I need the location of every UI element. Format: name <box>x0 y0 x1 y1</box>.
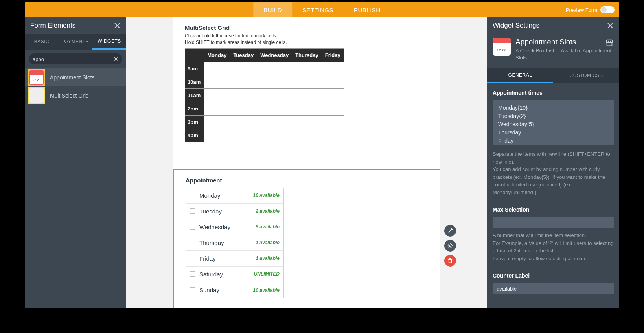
appointment-row[interactable]: SaturdayUNLIMITED <box>186 267 283 282</box>
tab-basic[interactable]: BASIC <box>25 34 59 50</box>
grid-cell[interactable] <box>230 102 257 115</box>
tab-build[interactable]: BUILD <box>253 2 292 17</box>
form-canvas: MultiSelect Grid Click or hold left mous… <box>126 17 487 308</box>
grid-cell[interactable] <box>322 115 344 129</box>
col-header: Thursday <box>292 48 322 62</box>
svg-point-0 <box>449 245 451 246</box>
appointment-row[interactable]: Thursday1 available <box>186 235 283 251</box>
grid-cell[interactable] <box>322 62 344 75</box>
checkbox[interactable] <box>190 240 195 245</box>
appointment-day: Friday <box>199 255 252 262</box>
tab-publish[interactable]: PUBLISH <box>344 2 391 17</box>
widget-description: A Check Box List of Available Appointmen… <box>515 47 614 61</box>
grid-cell[interactable] <box>204 62 230 75</box>
row-header: 3pm <box>185 115 204 129</box>
clear-search-icon[interactable]: ✕ <box>114 56 118 62</box>
grid-cell[interactable] <box>257 102 292 115</box>
grid-cell[interactable] <box>257 62 292 75</box>
multiselect-table[interactable]: Monday Tuesday Wednesday Thursday Friday… <box>185 48 344 142</box>
grid-cell[interactable] <box>257 75 292 88</box>
widget-appointment-selected[interactable]: Appointment Monday10 availableTuesday2 a… <box>173 169 440 308</box>
grid-cell[interactable] <box>230 129 257 142</box>
grid-cell[interactable] <box>292 75 322 88</box>
tab-general[interactable]: GENERAL <box>487 68 553 83</box>
grid-cell[interactable] <box>230 115 257 129</box>
element-appointment-slots[interactable]: Appointment Slots <box>25 68 126 86</box>
grid-cell[interactable] <box>230 62 257 75</box>
col-header: Friday <box>322 48 344 62</box>
multiselect-title: MultiSelect Grid <box>185 24 429 31</box>
form-elements-title: Form Elements <box>30 22 75 29</box>
preview-toggle[interactable] <box>600 6 615 13</box>
close-icon[interactable] <box>607 22 614 29</box>
calendar-icon <box>493 38 511 56</box>
appointment-row[interactable]: Wednesday5 available <box>186 219 283 235</box>
element-label: MultiSelect Grid <box>50 92 89 99</box>
appointment-day: Tuesday <box>199 208 252 215</box>
grid-cell[interactable] <box>292 102 322 115</box>
grid-cell[interactable] <box>292 62 322 75</box>
grid-cell[interactable] <box>204 129 230 142</box>
widget-multiselect-grid[interactable]: MultiSelect Grid Click or hold left mous… <box>173 17 440 149</box>
grid-cell[interactable] <box>322 88 344 102</box>
grid-cell[interactable] <box>257 115 292 129</box>
grid-cell[interactable] <box>204 115 230 129</box>
element-multiselect-grid[interactable]: MultiSelect Grid <box>25 86 126 105</box>
appointment-availability: 10 available <box>253 287 280 293</box>
grid-cell[interactable] <box>230 75 257 88</box>
checkbox[interactable] <box>190 208 195 214</box>
checkbox[interactable] <box>190 193 195 198</box>
appointment-availability: 1 available <box>256 256 280 261</box>
appointment-day: Thursday <box>199 239 252 246</box>
checkbox[interactable] <box>190 256 195 261</box>
grid-cell[interactable] <box>204 102 230 115</box>
multiselect-hint: Click or hold left mouse button to mark … <box>185 33 429 46</box>
appointment-day: Saturday <box>199 271 250 278</box>
drag-handle-icon[interactable]: ⋮⋮⋮⋮ <box>444 217 456 222</box>
grid-cell[interactable] <box>257 129 292 142</box>
search-input[interactable] <box>33 56 114 62</box>
grid-cell[interactable] <box>292 115 322 129</box>
col-header: Wednesday <box>257 48 292 62</box>
appointment-day: Monday <box>199 192 249 199</box>
tab-settings[interactable]: SETTINGS <box>292 2 344 17</box>
checkbox[interactable] <box>190 287 195 293</box>
widget-settings-title: Widget Settings <box>493 22 539 29</box>
grid-cell[interactable] <box>230 88 257 102</box>
grid-icon <box>29 88 44 103</box>
grid-cell[interactable] <box>322 75 344 88</box>
tab-widgets[interactable]: WIDGETS <box>92 34 126 50</box>
tab-payments[interactable]: PAYMENTS <box>59 34 92 50</box>
appointment-day: Wednesday <box>199 224 252 230</box>
grid-cell[interactable] <box>322 102 344 115</box>
grid-cell[interactable] <box>322 129 344 142</box>
calendar-icon <box>29 70 44 85</box>
form-elements-panel: Form Elements BASIC PAYMENTS WIDGETS ✕ A… <box>25 17 126 308</box>
grid-cell[interactable] <box>292 88 322 102</box>
counter-label-input[interactable] <box>493 283 614 294</box>
close-icon[interactable] <box>114 22 121 29</box>
settings-button[interactable] <box>444 240 456 252</box>
element-label: Appointment Slots <box>50 74 95 81</box>
max-selection-input[interactable] <box>493 217 614 228</box>
max-selection-help: A number that will limit the item select… <box>493 232 614 262</box>
grid-cell[interactable] <box>292 129 322 142</box>
appointment-row[interactable]: Sunday10 available <box>186 282 283 298</box>
tab-custom-css[interactable]: CUSTOM CSS <box>553 68 619 83</box>
delete-button[interactable] <box>444 255 456 267</box>
grid-cell[interactable] <box>204 75 230 88</box>
appointment-row[interactable]: Friday1 available <box>186 251 283 267</box>
checkbox[interactable] <box>190 271 195 277</box>
row-header: 10am <box>185 75 204 88</box>
appointment-row[interactable]: Tuesday2 available <box>186 204 283 219</box>
search-input-wrap: ✕ <box>29 53 122 64</box>
magic-wand-button[interactable] <box>444 225 456 237</box>
grid-cell[interactable] <box>204 88 230 102</box>
checkbox[interactable] <box>190 224 195 230</box>
appointment-times-input[interactable] <box>493 100 614 145</box>
appointment-availability: 10 available <box>253 193 280 198</box>
grid-cell[interactable] <box>257 88 292 102</box>
appointment-row[interactable]: Monday10 available <box>186 188 283 204</box>
appointment-availability: 1 available <box>256 240 280 245</box>
marketplace-icon[interactable] <box>605 39 614 47</box>
